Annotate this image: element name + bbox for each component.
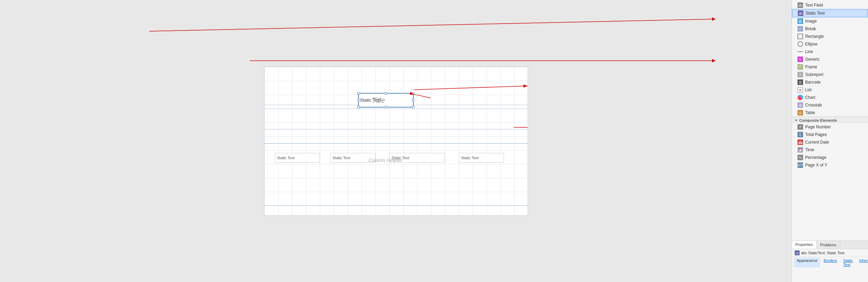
palette-item-text-field[interactable]: ab Text Field [792, 1, 868, 9]
palette-item-static-text[interactable]: ab Static Text [792, 9, 868, 17]
palette-item-frame[interactable]: F Frame [792, 63, 868, 71]
palette-label-table: Table [805, 110, 815, 115]
palette-item-total-pages[interactable]: Σ Total Pages [792, 131, 868, 138]
palette-item-list[interactable]: ≡ List [792, 86, 868, 94]
palette-label-percentage: Percentage [805, 155, 826, 160]
palette-label-barcode: Barcode [805, 80, 821, 85]
palette-label-list: List [805, 87, 812, 92]
palette-label-break: Break [805, 26, 816, 31]
palette-label-frame: Frame [805, 65, 817, 69]
handle-tm[interactable] [385, 92, 387, 95]
frame-icon: F [797, 64, 803, 70]
canvas-area: Static Text Title Static Text Static Tex… [0, 0, 792, 282]
handle-tr[interactable] [412, 92, 414, 95]
tab-static-text[interactable]: Static Text [841, 258, 856, 267]
rectangle-icon [797, 34, 803, 39]
pagexofy-icon: X/Y [797, 162, 803, 168]
textfield-icon: ab [797, 2, 803, 8]
tab-appearance[interactable]: Appearance [794, 258, 820, 267]
palette-label-static-text: Static Text [805, 11, 825, 16]
properties-element-icon: ab [795, 250, 800, 255]
palette-label-chart: Chart [805, 95, 815, 100]
palette-item-barcode[interactable]: ||| Barcode [792, 78, 868, 86]
palette-item-break[interactable]: ↵ Break [792, 25, 868, 33]
properties-inner-tabs: Appearance Borders Static Text Inherit [792, 257, 868, 268]
list-icon: ≡ [797, 87, 803, 93]
palette-label-time: Time [805, 147, 814, 152]
chart-icon [797, 95, 803, 100]
svg-marker-6 [712, 17, 716, 21]
handle-ml[interactable] [357, 99, 360, 101]
break-icon: ↵ [797, 26, 803, 32]
palette-item-line[interactable]: Line [792, 48, 868, 55]
palette-item-table[interactable]: ⊟ Table [792, 109, 868, 117]
detail-band: Detail 1 [264, 136, 528, 206]
handle-bl[interactable] [357, 106, 360, 108]
svg-line-5 [149, 19, 716, 31]
palette-label-image: Image [805, 19, 817, 24]
palette-item-page-x-of-y[interactable]: X/Y Page X of Y [792, 161, 868, 169]
palette-label-current-date: Current Date [805, 140, 829, 145]
table-icon: ⊟ [797, 110, 803, 116]
barcode-icon: ||| [797, 79, 803, 85]
palette-label-ellipse: Ellipse [805, 42, 817, 46]
palette-label-rectangle: Rectangle [805, 34, 824, 39]
palette-item-page-number[interactable]: # Page Number [792, 123, 868, 131]
palette-label-text-field: Text Field [805, 3, 823, 8]
line-icon [797, 49, 803, 54]
pagenumber-icon: # [797, 124, 803, 130]
ellipse-icon [797, 41, 803, 47]
palette-item-generic[interactable]: G Generic [792, 55, 868, 63]
composite-section-label: Composite Elements [799, 118, 837, 122]
composite-elements-section: ▼ Composite Elements [792, 117, 868, 123]
palette-label-line: Line [805, 49, 813, 54]
totalpages-icon: Σ [797, 132, 803, 137]
palette-item-crosstab[interactable]: ⊞ Crosstab [792, 101, 868, 109]
palette-item-image[interactable]: 🖼 Image [792, 17, 868, 25]
properties-panel: Properties Problems ab abc StaticText: S… [792, 240, 868, 282]
palette-item-rectangle[interactable]: Rectangle [792, 33, 868, 40]
percentage-icon: % [797, 155, 803, 160]
palette-item-subreport[interactable]: S Subreport [792, 71, 868, 78]
statictext-icon: ab [798, 10, 803, 16]
title-placeholder: Title [372, 96, 385, 104]
handle-tl[interactable] [357, 92, 360, 95]
palette-item-time[interactable]: ⏰ Time [792, 146, 868, 154]
title-band: Static Text Title [264, 77, 528, 105]
palette-section: ab Text Field ab Static Text 🖼 Image ↵ B… [792, 0, 868, 240]
tab-inherit[interactable]: Inherit [856, 258, 868, 267]
properties-element-name: StaticText: Static Text [808, 251, 844, 255]
image-icon: 🖼 [797, 18, 803, 24]
tab-borders[interactable]: Borders [821, 258, 840, 267]
properties-tab-bar: Properties Problems [792, 241, 868, 249]
column-header-band: Static Text Static Text Static Text Stat… [264, 109, 528, 129]
palette-label-page-number: Page Number [805, 125, 831, 129]
properties-element-prefix: abc [801, 251, 807, 255]
handle-br[interactable] [412, 106, 414, 108]
static-text-element[interactable]: Static Text [358, 93, 414, 108]
report-canvas: Static Text Title Static Text Static Tex… [264, 67, 528, 216]
right-panel: ab Text Field ab Static Text 🖼 Image ↵ B… [792, 0, 868, 282]
expand-icon: ▼ [795, 119, 798, 122]
currentdate-icon: 📅 [797, 139, 803, 145]
palette-label-subreport: Subreport [805, 72, 824, 77]
properties-tab[interactable]: Properties [792, 241, 817, 249]
problems-tab[interactable]: Problems [817, 241, 840, 249]
palette-label-page-x-of-y: Page X of Y [805, 163, 827, 168]
problems-tab-label: Problems [820, 243, 836, 247]
subreport-icon: S [797, 72, 803, 77]
palette-item-chart[interactable]: Chart [792, 94, 868, 101]
palette-item-percentage[interactable]: % Percentage [792, 154, 868, 161]
palette-item-current-date[interactable]: 📅 Current Date [792, 138, 868, 146]
time-icon: ⏰ [797, 147, 803, 153]
palette-label-generic: Generic [805, 57, 820, 62]
crosstab-icon: ⊞ [797, 102, 803, 108]
generic-icon: G [797, 57, 803, 62]
palette-item-ellipse[interactable]: Ellipse [792, 40, 868, 48]
handle-bm[interactable] [385, 106, 387, 108]
svg-marker-8 [712, 59, 716, 62]
properties-title-bar: ab abc StaticText: Static Text [792, 249, 868, 257]
properties-selected-element: abc StaticText: Static Text [801, 251, 844, 255]
handle-mr[interactable] [412, 99, 414, 101]
palette-label-crosstab: Crosstab [805, 103, 822, 108]
